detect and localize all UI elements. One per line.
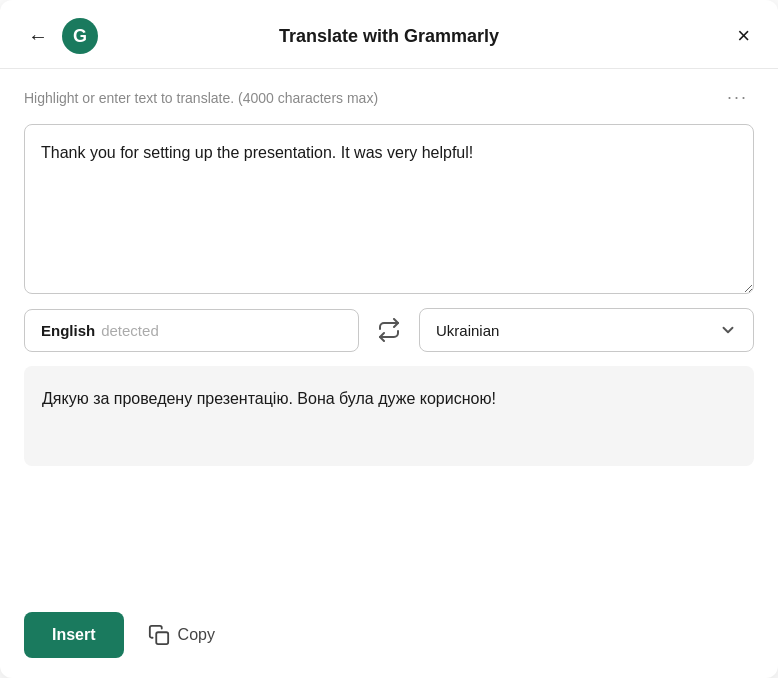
translation-output: Дякую за проведену презентацію. Вона бул… <box>24 366 754 466</box>
modal-footer: Insert Copy <box>0 598 778 678</box>
back-button[interactable]: ← <box>24 21 52 52</box>
more-icon: ··· <box>727 87 748 107</box>
chevron-down-icon <box>719 321 737 339</box>
copy-icon <box>148 624 170 646</box>
header-left: ← G <box>24 18 98 54</box>
modal-header: ← G Translate with Grammarly × <box>0 0 778 69</box>
language-row: English detected Ukrainian <box>24 308 754 352</box>
target-language-label: Ukrainian <box>436 322 499 339</box>
swap-languages-button[interactable] <box>371 312 407 348</box>
close-button[interactable]: × <box>733 19 754 53</box>
svg-rect-0 <box>156 632 168 644</box>
target-language-selector[interactable]: Ukrainian <box>419 308 754 352</box>
source-language-display: English detected <box>24 309 359 352</box>
copy-button[interactable]: Copy <box>140 614 223 656</box>
modal-title: Translate with Grammarly <box>279 26 499 47</box>
hint-text: Highlight or enter text to translate. (4… <box>24 90 378 106</box>
copy-label: Copy <box>178 626 215 644</box>
modal-body: Highlight or enter text to translate. (4… <box>0 69 778 598</box>
source-language-detected: detected <box>101 322 159 339</box>
translated-text: Дякую за проведену презентацію. Вона бул… <box>42 390 496 407</box>
close-icon: × <box>737 23 750 49</box>
source-text-input[interactable] <box>24 124 754 294</box>
grammarly-logo: G <box>62 18 98 54</box>
translate-modal: ← G Translate with Grammarly × Highlight… <box>0 0 778 678</box>
insert-button[interactable]: Insert <box>24 612 124 658</box>
back-icon: ← <box>28 25 48 48</box>
swap-icon <box>377 318 401 342</box>
more-options-button[interactable]: ··· <box>721 85 754 110</box>
source-language-label: English <box>41 322 95 339</box>
hint-row: Highlight or enter text to translate. (4… <box>24 85 754 110</box>
